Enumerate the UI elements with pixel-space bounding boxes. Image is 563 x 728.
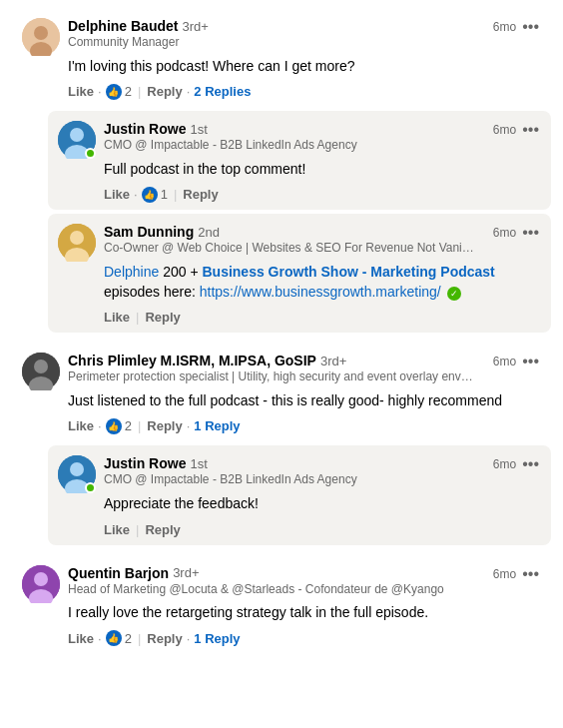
- more-options-quentin[interactable]: •••: [520, 565, 541, 583]
- like-icon-delphine: 👍: [106, 84, 122, 100]
- degree-delphine: 3rd+: [182, 19, 208, 34]
- actions-justin2: Like | Reply: [104, 520, 541, 539]
- commenter-title-quentin: Head of Marketing @Locuta & @Starleads -…: [68, 582, 493, 598]
- website-link[interactable]: https://www.businessgrowth.marketing/: [200, 284, 441, 300]
- actions-quentin: Like · 👍 2 | Reply · 1 Reply: [68, 629, 541, 648]
- avatar-quentin: [22, 565, 60, 603]
- commenter-title-chris: Perimeter protection specialist | Utilit…: [68, 369, 493, 385]
- section-gap-2: [12, 549, 551, 555]
- avatar-justin2: [58, 455, 96, 493]
- commenter-name-justin2: Justin Rowe: [104, 455, 186, 471]
- svg-point-16: [34, 572, 48, 586]
- degree-justin1: 1st: [190, 122, 207, 137]
- comment-header-delphine: Delphine Baudet 3rd+ Community Manager 6…: [68, 18, 541, 51]
- comment-text-quentin: I really love the retargeting strategy t…: [68, 603, 541, 623]
- comment-body-justin2: Justin Rowe 1st CMO @ Impactable - B2B L…: [104, 455, 541, 538]
- comment-quentin: Quentin Barjon 3rd+ Head of Marketing @L…: [12, 555, 551, 654]
- comment-justin1: Justin Rowe 1st CMO @ Impactable - B2B L…: [48, 111, 551, 210]
- commenter-title-delphine: Community Manager: [68, 35, 493, 51]
- more-options-justin1[interactable]: •••: [520, 121, 541, 139]
- comment-text-delphine: I'm loving this podcast! Where can I get…: [68, 57, 541, 77]
- time-justin1: 6mo: [493, 123, 516, 137]
- comments-section: Delphine Baudet 3rd+ Community Manager 6…: [0, 0, 563, 666]
- actions-justin1: Like · 👍 1 | Reply: [104, 185, 541, 204]
- comment-body-sam: Sam Dunning 2nd Co-Owner @ Web Choice | …: [104, 224, 541, 327]
- svg-point-4: [70, 128, 84, 142]
- reply-button-justin1[interactable]: Reply: [183, 185, 218, 204]
- avatar-justin1: [58, 121, 96, 159]
- like-icon-justin1: 👍: [142, 187, 158, 203]
- like-button-quentin[interactable]: Like: [68, 629, 94, 648]
- commenter-name-quentin: Quentin Barjon: [68, 565, 169, 581]
- more-options-chris[interactable]: •••: [520, 353, 541, 370]
- reaction-count-justin1: 👍 1: [142, 187, 168, 203]
- comment-header-justin2: Justin Rowe 1st CMO @ Impactable - B2B L…: [104, 455, 541, 488]
- time-sam: 6mo: [493, 226, 516, 240]
- time-delphine: 6mo: [493, 20, 516, 34]
- svg-point-13: [70, 462, 84, 476]
- like-icon-chris: 👍: [106, 418, 122, 434]
- actions-sam: Like | Reply: [104, 308, 541, 327]
- actions-delphine: Like · 👍 2 | Reply · 2 Replies: [68, 82, 541, 101]
- comment-body-justin1: Justin Rowe 1st CMO @ Impactable - B2B L…: [104, 121, 541, 204]
- comment-text-sam: Delphine 200 + Business Growth Show - Ma…: [104, 263, 541, 302]
- reaction-count-delphine: 👍 2: [106, 84, 132, 100]
- comment-body-quentin: Quentin Barjon 3rd+ Head of Marketing @L…: [68, 565, 541, 648]
- svg-point-1: [34, 26, 48, 40]
- like-button-chris[interactable]: Like: [68, 416, 94, 435]
- comment-header-chris: Chris Plimley M.ISRM, M.IPSA, GoSIP 3rd+…: [68, 353, 541, 385]
- more-options-sam[interactable]: •••: [520, 224, 541, 242]
- replies-link-quentin[interactable]: 1 Reply: [194, 631, 240, 646]
- comment-delphine: Delphine Baudet 3rd+ Community Manager 6…: [12, 8, 551, 107]
- svg-point-7: [70, 231, 84, 245]
- comment-justin2: Justin Rowe 1st CMO @ Impactable - B2B L…: [48, 445, 551, 544]
- commenter-name-delphine: Delphine Baudet: [68, 18, 178, 34]
- comment-body-chris: Chris Plimley M.ISRM, M.IPSA, GoSIP 3rd+…: [68, 353, 541, 435]
- reply-button-quentin[interactable]: Reply: [147, 629, 182, 648]
- degree-chris: 3rd+: [320, 354, 346, 368]
- commenter-title-justin1: CMO @ Impactable - B2B LinkedIn Ads Agen…: [104, 138, 493, 154]
- commenter-name-justin1: Justin Rowe: [104, 121, 186, 137]
- reply-button-sam[interactable]: Reply: [145, 308, 180, 327]
- reply-button-delphine[interactable]: Reply: [147, 82, 182, 101]
- replies-link-delphine[interactable]: 2 Replies: [194, 84, 251, 99]
- commenter-title-sam: Co-Owner @ Web Choice | Websites & SEO F…: [104, 241, 493, 257]
- replies-link-chris[interactable]: 1 Reply: [194, 418, 240, 433]
- actions-chris: Like · 👍 2 | Reply · 1 Reply: [68, 416, 541, 435]
- reaction-count-quentin: 👍 2: [106, 630, 132, 646]
- commenter-name-sam: Sam Dunning: [104, 224, 194, 240]
- comment-header-quentin: Quentin Barjon 3rd+ Head of Marketing @L…: [68, 565, 541, 598]
- comment-body-delphine: Delphine Baudet 3rd+ Community Manager 6…: [68, 18, 541, 101]
- comment-header-justin1: Justin Rowe 1st CMO @ Impactable - B2B L…: [104, 121, 541, 154]
- comment-text-justin2: Appreciate the feedback!: [104, 494, 541, 514]
- like-button-justin2[interactable]: Like: [104, 520, 130, 539]
- mention-delphine[interactable]: Delphine: [104, 264, 159, 280]
- like-icon-quentin: 👍: [106, 630, 122, 646]
- reply-button-chris[interactable]: Reply: [147, 416, 182, 435]
- commenter-title-justin2: CMO @ Impactable - B2B LinkedIn Ads Agen…: [104, 472, 493, 488]
- time-justin2: 6mo: [493, 457, 516, 471]
- comment-header-sam: Sam Dunning 2nd Co-Owner @ Web Choice | …: [104, 224, 541, 257]
- comment-sam: Sam Dunning 2nd Co-Owner @ Web Choice | …: [48, 214, 551, 333]
- avatar-sam: [58, 224, 96, 262]
- like-button-sam[interactable]: Like: [104, 308, 130, 327]
- degree-quentin: 3rd+: [173, 565, 199, 580]
- more-options-delphine[interactable]: •••: [520, 18, 541, 36]
- comment-chris: Chris Plimley M.ISRM, M.IPSA, GoSIP 3rd+…: [12, 343, 551, 441]
- degree-justin2: 1st: [190, 456, 207, 471]
- more-options-justin2[interactable]: •••: [520, 455, 541, 473]
- degree-sam: 2nd: [198, 225, 220, 240]
- time-chris: 6mo: [493, 355, 516, 368]
- comment-text-justin1: Full podcast in the top comment!: [104, 160, 541, 180]
- like-button-justin1[interactable]: Like: [104, 185, 130, 204]
- avatar-delphine: [22, 18, 60, 56]
- reply-button-justin2[interactable]: Reply: [145, 520, 180, 539]
- reaction-count-chris: 👍 2: [106, 418, 132, 434]
- like-button-delphine[interactable]: Like: [68, 82, 94, 101]
- time-quentin: 6mo: [493, 567, 516, 581]
- podcast-link[interactable]: Business Growth Show - Marketing Podcast: [202, 264, 494, 280]
- comment-text-chris: Just listened to the full podcast - this…: [68, 391, 541, 411]
- commenter-name-chris: Chris Plimley M.ISRM, M.IPSA, GoSIP: [68, 353, 316, 368]
- verified-badge: ✓: [447, 287, 461, 301]
- avatar-chris: [22, 353, 60, 390]
